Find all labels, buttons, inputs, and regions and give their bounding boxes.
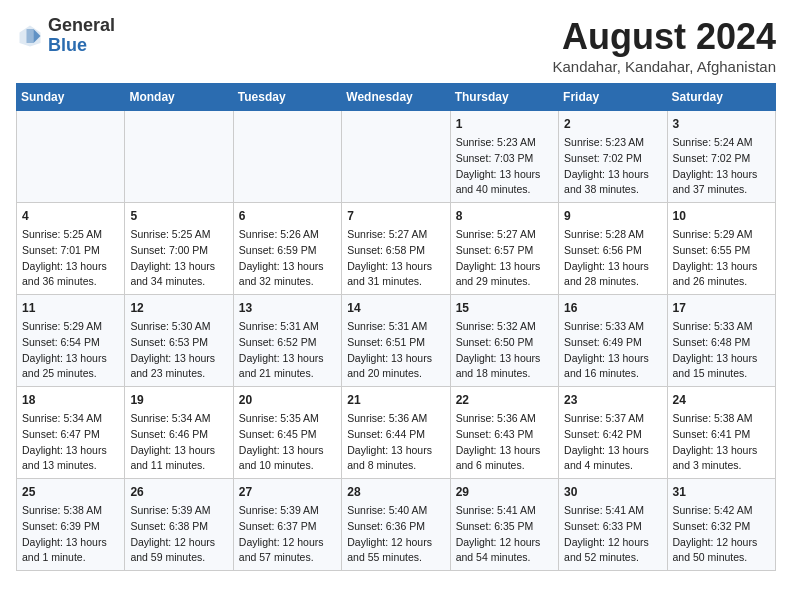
day-info: Daylight: 12 hours	[673, 535, 770, 551]
day-info: and 23 minutes.	[130, 366, 227, 382]
svg-marker-2	[27, 29, 34, 43]
day-info: Sunset: 6:44 PM	[347, 427, 444, 443]
day-info: Sunset: 6:35 PM	[456, 519, 553, 535]
calendar-day-cell: 24Sunrise: 5:38 AMSunset: 6:41 PMDayligh…	[667, 387, 775, 479]
day-info: and 50 minutes.	[673, 550, 770, 566]
calendar-table: SundayMondayTuesdayWednesdayThursdayFrid…	[16, 83, 776, 571]
day-info: Daylight: 13 hours	[239, 259, 336, 275]
day-info: Sunrise: 5:26 AM	[239, 227, 336, 243]
day-number: 16	[564, 299, 661, 317]
day-info: Sunset: 6:50 PM	[456, 335, 553, 351]
day-info: Sunrise: 5:29 AM	[673, 227, 770, 243]
day-number: 24	[673, 391, 770, 409]
empty-cell	[233, 111, 341, 203]
day-info: and 54 minutes.	[456, 550, 553, 566]
day-info: Daylight: 12 hours	[564, 535, 661, 551]
day-info: and 52 minutes.	[564, 550, 661, 566]
day-info: Daylight: 13 hours	[130, 351, 227, 367]
day-info: Sunset: 6:42 PM	[564, 427, 661, 443]
day-info: Daylight: 13 hours	[456, 443, 553, 459]
day-number: 11	[22, 299, 119, 317]
calendar-day-cell: 1Sunrise: 5:23 AMSunset: 7:03 PMDaylight…	[450, 111, 558, 203]
day-number: 28	[347, 483, 444, 501]
day-info: and 11 minutes.	[130, 458, 227, 474]
page-header: General Blue August 2024 Kandahar, Kanda…	[16, 16, 776, 75]
day-info: Sunset: 6:33 PM	[564, 519, 661, 535]
weekday-header-wednesday: Wednesday	[342, 84, 450, 111]
day-number: 15	[456, 299, 553, 317]
day-info: Daylight: 13 hours	[673, 443, 770, 459]
day-info: Daylight: 13 hours	[456, 351, 553, 367]
calendar-day-cell: 4Sunrise: 5:25 AMSunset: 7:01 PMDaylight…	[17, 203, 125, 295]
day-info: Sunset: 6:51 PM	[347, 335, 444, 351]
day-number: 4	[22, 207, 119, 225]
calendar-day-cell: 31Sunrise: 5:42 AMSunset: 6:32 PMDayligh…	[667, 479, 775, 571]
logo-icon	[16, 22, 44, 50]
day-number: 22	[456, 391, 553, 409]
day-info: Sunset: 6:41 PM	[673, 427, 770, 443]
day-info: and 32 minutes.	[239, 274, 336, 290]
calendar-day-cell: 6Sunrise: 5:26 AMSunset: 6:59 PMDaylight…	[233, 203, 341, 295]
day-number: 9	[564, 207, 661, 225]
day-info: Sunset: 7:01 PM	[22, 243, 119, 259]
day-info: Daylight: 12 hours	[130, 535, 227, 551]
day-info: Sunset: 6:39 PM	[22, 519, 119, 535]
calendar-day-cell: 12Sunrise: 5:30 AMSunset: 6:53 PMDayligh…	[125, 295, 233, 387]
day-info: Sunrise: 5:34 AM	[22, 411, 119, 427]
day-info: Daylight: 12 hours	[347, 535, 444, 551]
day-info: Daylight: 13 hours	[22, 535, 119, 551]
calendar-day-cell: 27Sunrise: 5:39 AMSunset: 6:37 PMDayligh…	[233, 479, 341, 571]
day-info: Sunrise: 5:31 AM	[239, 319, 336, 335]
weekday-header-monday: Monday	[125, 84, 233, 111]
day-number: 30	[564, 483, 661, 501]
day-info: Daylight: 13 hours	[22, 351, 119, 367]
calendar-day-cell: 15Sunrise: 5:32 AMSunset: 6:50 PMDayligh…	[450, 295, 558, 387]
day-info: and 59 minutes.	[130, 550, 227, 566]
day-info: Daylight: 13 hours	[239, 443, 336, 459]
day-info: Sunset: 6:45 PM	[239, 427, 336, 443]
weekday-header-tuesday: Tuesday	[233, 84, 341, 111]
day-info: Sunset: 6:58 PM	[347, 243, 444, 259]
day-info: and 57 minutes.	[239, 550, 336, 566]
calendar-day-cell: 18Sunrise: 5:34 AMSunset: 6:47 PMDayligh…	[17, 387, 125, 479]
day-info: Daylight: 13 hours	[347, 443, 444, 459]
day-number: 8	[456, 207, 553, 225]
day-info: and 28 minutes.	[564, 274, 661, 290]
day-info: and 20 minutes.	[347, 366, 444, 382]
day-info: Sunset: 6:43 PM	[456, 427, 553, 443]
day-info: Daylight: 13 hours	[456, 167, 553, 183]
day-number: 26	[130, 483, 227, 501]
day-info: Sunrise: 5:24 AM	[673, 135, 770, 151]
day-info: Sunrise: 5:38 AM	[673, 411, 770, 427]
calendar-day-cell: 29Sunrise: 5:41 AMSunset: 6:35 PMDayligh…	[450, 479, 558, 571]
day-info: and 8 minutes.	[347, 458, 444, 474]
day-info: Sunrise: 5:33 AM	[673, 319, 770, 335]
day-number: 21	[347, 391, 444, 409]
day-info: and 25 minutes.	[22, 366, 119, 382]
day-info: Sunset: 6:54 PM	[22, 335, 119, 351]
day-info: Sunrise: 5:40 AM	[347, 503, 444, 519]
day-info: and 6 minutes.	[456, 458, 553, 474]
day-info: Sunset: 6:56 PM	[564, 243, 661, 259]
calendar-week-row: 18Sunrise: 5:34 AMSunset: 6:47 PMDayligh…	[17, 387, 776, 479]
day-info: Sunrise: 5:36 AM	[456, 411, 553, 427]
day-info: and 18 minutes.	[456, 366, 553, 382]
day-info: Sunrise: 5:42 AM	[673, 503, 770, 519]
day-info: and 29 minutes.	[456, 274, 553, 290]
day-info: Sunset: 7:02 PM	[564, 151, 661, 167]
day-number: 14	[347, 299, 444, 317]
day-info: and 16 minutes.	[564, 366, 661, 382]
day-info: Daylight: 13 hours	[564, 167, 661, 183]
day-info: Sunrise: 5:41 AM	[564, 503, 661, 519]
calendar-day-cell: 8Sunrise: 5:27 AMSunset: 6:57 PMDaylight…	[450, 203, 558, 295]
day-info: Sunrise: 5:27 AM	[347, 227, 444, 243]
day-info: and 21 minutes.	[239, 366, 336, 382]
day-info: Sunset: 6:47 PM	[22, 427, 119, 443]
calendar-day-cell: 16Sunrise: 5:33 AMSunset: 6:49 PMDayligh…	[559, 295, 667, 387]
day-info: and 55 minutes.	[347, 550, 444, 566]
day-info: Sunset: 7:00 PM	[130, 243, 227, 259]
day-info: Daylight: 13 hours	[564, 259, 661, 275]
calendar-day-cell: 26Sunrise: 5:39 AMSunset: 6:38 PMDayligh…	[125, 479, 233, 571]
day-info: Sunset: 6:38 PM	[130, 519, 227, 535]
calendar-day-cell: 20Sunrise: 5:35 AMSunset: 6:45 PMDayligh…	[233, 387, 341, 479]
